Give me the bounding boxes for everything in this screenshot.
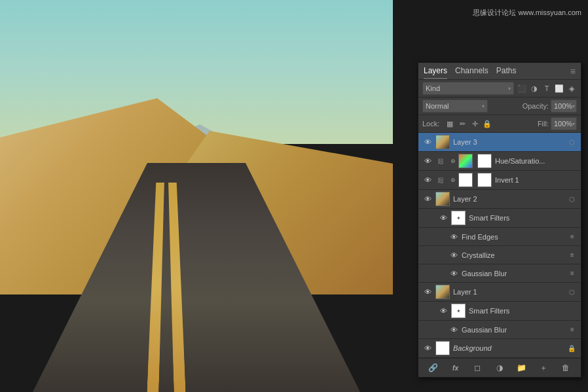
find-edges-name: Find Edges — [462, 233, 568, 241]
thumb-hue-sat — [458, 154, 473, 168]
tab-layers[interactable]: Layers — [424, 63, 447, 79]
type-filter-icon[interactable]: T — [542, 83, 552, 94]
chain-hue-sat-icon: ⛓ — [435, 156, 446, 166]
thumb-layer2 — [435, 192, 450, 206]
layer-item-hue-sat[interactable]: 👁 ⛓ ⊕ Hue/Saturatio... — [418, 152, 581, 171]
fill-input[interactable]: 100% ▾ — [551, 117, 577, 130]
layer-item-gaussian-blur-2[interactable]: 👁 Gaussian Blur ≡ — [418, 264, 581, 283]
crystallize-adjust-icon[interactable]: ≡ — [568, 251, 577, 260]
sky — [0, 0, 393, 144]
create-layer-button[interactable]: ＋ — [537, 361, 550, 374]
layer-item-layer2[interactable]: 👁 Layer 2 ⬡ — [418, 190, 581, 209]
layer-filter-icons: ⬛ ◑ T ⬜ ◈ — [517, 83, 577, 94]
add-mask-button[interactable]: ◻ — [471, 361, 484, 374]
link-invert1-icon: ⊕ — [448, 175, 458, 185]
filter-kind-row: Kind ▾ ⬛ ◑ T ⬜ ◈ — [418, 80, 581, 98]
find-edges-adjust-icon[interactable]: ≡ — [568, 232, 577, 241]
thumb-smart-filters-1: ✦ — [451, 304, 466, 318]
layer-item-layer1[interactable]: 👁 Layer 1 ⬡ — [418, 283, 581, 302]
layer-item-layer3[interactable]: 👁 Layer 3 ⬡ — [418, 133, 581, 152]
opacity-section: Opacity: 100% ▾ — [523, 99, 577, 113]
gaussian-blur-1-name: Gaussian Blur — [462, 326, 568, 334]
layer-item-find-edges[interactable]: 👁 Find Edges ≡ — [418, 228, 581, 246]
thumb-smart-filters-2: ✦ — [451, 211, 466, 225]
lock-pixels-icon[interactable]: ✏ — [457, 118, 468, 129]
hue-sat-name: Hue/Saturatio... — [495, 157, 577, 165]
delete-layer-button[interactable]: 🗑 — [559, 361, 572, 374]
layer1-name: Layer 1 — [453, 288, 565, 296]
visibility-layer1-icon[interactable]: 👁 — [422, 287, 433, 297]
fill-section: Fill: 100% ▾ — [538, 117, 577, 130]
smartobject-filter-icon[interactable]: ◈ — [566, 83, 577, 94]
layer1-scroll-icon: ⬡ — [566, 287, 577, 297]
opacity-chevron-icon: ▾ — [572, 103, 575, 109]
layer-item-background[interactable]: 👁 Background 🔒 — [418, 339, 581, 358]
smart-filters-1-name: Smart Filters — [469, 307, 577, 315]
visibility-layer3-icon[interactable]: 👁 — [422, 137, 433, 147]
add-adjustment-button[interactable]: ◑ — [493, 361, 506, 374]
visibility-smart-filters-1-icon[interactable]: 👁 — [438, 306, 449, 316]
background-lock-icon: 🔒 — [566, 343, 577, 353]
crystallize-name: Crystallize — [462, 251, 568, 259]
layer2-name: Layer 2 — [453, 195, 565, 203]
kind-dropdown[interactable]: Kind ▾ — [422, 82, 514, 95]
lock-all-icon[interactable]: 🔒 — [482, 118, 492, 129]
visibility-invert1-icon[interactable]: 👁 — [422, 175, 433, 185]
panel-tab-bar: Layers Channels Paths ≡ — [418, 63, 581, 80]
fill-chevron-icon: ▾ — [572, 121, 575, 127]
lock-transparency-icon[interactable]: ▦ — [445, 118, 455, 129]
lock-icons-group: ▦ ✏ ✛ 🔒 — [445, 118, 492, 129]
thumb-background — [435, 341, 450, 355]
layer-item-invert1[interactable]: 👁 ⛓ ⊕ Invert 1 — [418, 171, 581, 190]
visibility-background-icon[interactable]: 👁 — [422, 343, 433, 353]
layer3-scroll-icon: ⬡ — [566, 137, 577, 147]
tab-channels[interactable]: Channels — [455, 63, 488, 79]
layers-panel: Layers Channels Paths ≡ Kind ▾ ⬛ ◑ T ⬜ ◈… — [418, 62, 581, 378]
mask-thumb-hue-sat — [477, 154, 492, 168]
opacity-input[interactable]: 100% ▾ — [551, 99, 577, 113]
lock-row: Lock: ▦ ✏ ✛ 🔒 Fill: 100% ▾ — [418, 115, 581, 133]
visibility-smart-filters-2-icon[interactable]: 👁 — [438, 213, 449, 223]
pixel-filter-icon[interactable]: ⬛ — [517, 83, 527, 94]
add-layer-style-button[interactable]: fx — [449, 361, 462, 374]
shape-filter-icon[interactable]: ⬜ — [554, 83, 564, 94]
opacity-value-text: 100% — [554, 102, 572, 110]
kind-label: Kind — [426, 84, 440, 92]
visibility-gaussian-blur-2-icon[interactable]: 👁 — [449, 268, 459, 279]
panel-tabs-group: Layers Channels Paths — [424, 63, 516, 79]
fill-label: Fill: — [538, 120, 549, 128]
fill-value-text: 100% — [554, 120, 572, 128]
visibility-crystallize-icon[interactable]: 👁 — [449, 250, 459, 260]
panel-bottom-toolbar: 🔗 fx ◻ ◑ 📁 ＋ 🗑 — [418, 358, 581, 377]
panel-menu-icon[interactable]: ≡ — [570, 66, 576, 77]
watermark: 思缘设计论坛 www.missyuan.com — [473, 8, 581, 18]
blend-mode-value: Normal — [426, 102, 449, 110]
layer-item-crystallize[interactable]: 👁 Crystallize ≡ — [418, 246, 581, 264]
visibility-layer2-icon[interactable]: 👁 — [422, 194, 433, 204]
invert1-name: Invert 1 — [495, 176, 577, 184]
visibility-find-edges-icon[interactable]: 👁 — [449, 232, 459, 242]
blend-mode-dropdown[interactable]: Normal ▾ — [422, 99, 488, 113]
background-name: Background — [453, 344, 565, 352]
tab-paths[interactable]: Paths — [496, 63, 517, 79]
mask-thumb-invert1 — [477, 173, 492, 187]
link-layers-button[interactable]: 🔗 — [427, 361, 440, 374]
gaussian-blur-1-adjust-icon[interactable]: ≡ — [568, 325, 577, 334]
visibility-gaussian-blur-1-icon[interactable]: 👁 — [449, 325, 459, 335]
thumb-layer1 — [435, 285, 450, 299]
kind-chevron-icon: ▾ — [508, 86, 511, 92]
layer3-name: Layer 3 — [453, 138, 565, 146]
layer-item-smart-filters-2[interactable]: 👁 ✦ Smart Filters — [418, 209, 581, 228]
lock-position-icon[interactable]: ✛ — [469, 118, 480, 129]
thumb-invert1 — [458, 173, 473, 187]
adjustment-filter-icon[interactable]: ◑ — [529, 83, 540, 94]
layer-item-smart-filters-1[interactable]: 👁 ✦ Smart Filters — [418, 302, 581, 321]
layer-list: 👁 Layer 3 ⬡ 👁 ⛓ ⊕ Hue/Saturatio... 👁 ⛓ ⊕… — [418, 133, 581, 358]
create-group-button[interactable]: 📁 — [515, 361, 528, 374]
layer-item-gaussian-blur-1[interactable]: 👁 Gaussian Blur ≡ — [418, 321, 581, 339]
smart-filters-2-name: Smart Filters — [469, 214, 577, 222]
visibility-hue-sat-icon[interactable]: 👁 — [422, 156, 433, 166]
gaussian-blur-2-adjust-icon[interactable]: ≡ — [568, 269, 577, 278]
gaussian-blur-2-name: Gaussian Blur — [462, 270, 568, 277]
layer2-scroll-icon: ⬡ — [566, 194, 577, 204]
